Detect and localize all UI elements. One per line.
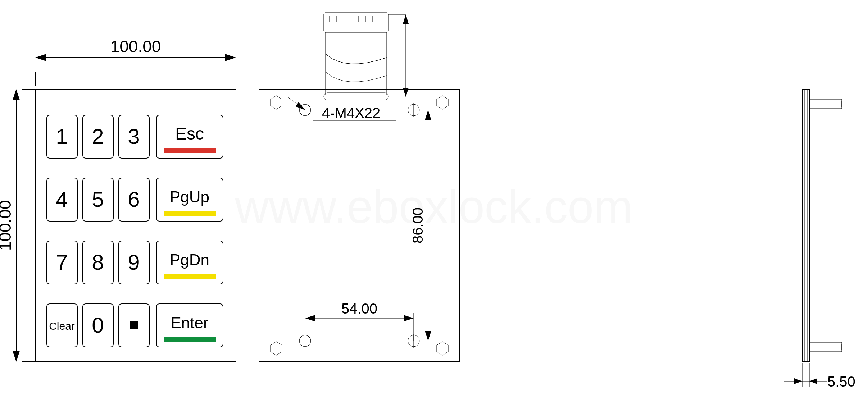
key-clear: Clear xyxy=(49,320,75,332)
svg-rect-73 xyxy=(809,99,842,109)
svg-rect-27 xyxy=(324,13,388,32)
side-view: 5.50 xyxy=(784,89,855,389)
screw-spec-leader: 4-M4X22 xyxy=(288,97,396,121)
svg-marker-63 xyxy=(305,315,315,321)
svg-marker-3 xyxy=(35,54,46,61)
stripe-pgdn xyxy=(164,274,216,279)
dim-left-height-value: 100.00 xyxy=(0,200,14,251)
svg-marker-68 xyxy=(425,110,431,120)
svg-rect-75 xyxy=(809,342,842,352)
svg-marker-9 xyxy=(13,351,20,362)
dim-top-width-value: 100.00 xyxy=(110,37,161,56)
key-pgup: PgUp xyxy=(170,188,209,206)
watermark-text: www.eboxlock.com xyxy=(235,181,632,233)
key-4: 4 xyxy=(56,187,68,211)
svg-rect-70 xyxy=(802,89,809,362)
key-pgdn: PgDn xyxy=(170,251,209,269)
cable-extension-dim xyxy=(388,14,409,97)
svg-marker-37 xyxy=(271,96,282,109)
dim-back-hole-v-value: 86.00 xyxy=(410,207,426,243)
key-8: 8 xyxy=(92,250,104,274)
svg-marker-69 xyxy=(425,331,431,341)
svg-marker-58 xyxy=(403,14,409,24)
key-2: 2 xyxy=(92,124,104,149)
dim-side-depth-value: 5.50 xyxy=(827,374,855,389)
svg-marker-39 xyxy=(271,342,282,355)
key-1: 1 xyxy=(56,124,68,149)
key-9: 9 xyxy=(128,250,140,274)
key-7: 7 xyxy=(56,250,68,274)
svg-marker-64 xyxy=(404,315,414,321)
key-6: 6 xyxy=(128,187,140,211)
svg-marker-4 xyxy=(225,54,236,61)
stripe-pgup xyxy=(164,211,216,216)
key-0: 0 xyxy=(92,313,104,337)
key-enter: Enter xyxy=(171,314,208,332)
dim-left-height: 100.00 xyxy=(0,89,35,362)
svg-marker-38 xyxy=(437,96,448,109)
key-3: 3 xyxy=(128,124,140,149)
stripe-esc xyxy=(164,148,216,153)
dim-side-depth: 5.50 xyxy=(784,363,855,389)
key-dot xyxy=(130,321,138,329)
svg-marker-8 xyxy=(13,89,20,100)
key-esc: Esc xyxy=(175,124,204,143)
svg-rect-36 xyxy=(324,93,388,100)
keypad: 1 2 3 Esc 4 5 6 PgUp 7 8 9 PgDn Clear 0 xyxy=(47,115,223,347)
stripe-enter xyxy=(164,337,216,342)
svg-marker-40 xyxy=(437,342,448,355)
svg-marker-80 xyxy=(794,378,802,384)
technical-drawing: www.eboxlock.com 100.00 100.00 1 2 3 Esc xyxy=(0,0,868,420)
dim-back-hole-h-value: 54.00 xyxy=(341,301,377,316)
svg-marker-59 xyxy=(403,88,409,97)
svg-marker-81 xyxy=(809,378,817,384)
dim-back-hole-h: 54.00 xyxy=(305,301,414,341)
svg-marker-54 xyxy=(296,102,305,110)
dim-top-width: 100.00 xyxy=(35,37,236,86)
key-5: 5 xyxy=(92,187,104,211)
screw-spec: 4-M4X22 xyxy=(322,105,380,121)
